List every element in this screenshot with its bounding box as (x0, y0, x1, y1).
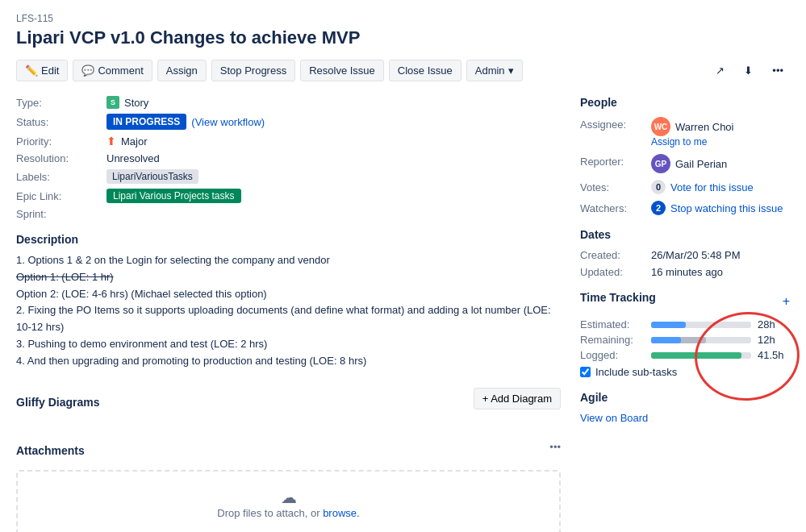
priority-label: Priority: (16, 135, 97, 148)
estimated-label: Estimated: (580, 318, 645, 330)
remaining-value: 12h (758, 334, 790, 346)
close-issue-button[interactable]: Close Issue (389, 60, 461, 81)
dates-section: Dates Created: 26/Mar/20 5:48 PM Updated… (580, 228, 790, 278)
estimated-bar-fill (651, 322, 686, 328)
watchers-count: 2 (651, 201, 666, 215)
desc-line-5: 3. Pushing to demo environment and test … (16, 336, 561, 353)
include-subtasks-checkbox[interactable] (580, 367, 591, 377)
remaining-label: Remaining: (580, 334, 645, 346)
resolution-label: Resolution: (16, 152, 97, 164)
logged-value: 41.5h (758, 349, 790, 361)
label-tag: LipariVariousTasks (106, 169, 198, 184)
created-value: 26/Mar/20 5:48 PM (651, 249, 790, 261)
people-title: People (580, 96, 790, 109)
agile-title: Agile (580, 391, 790, 404)
attachments-title: Attachments (16, 444, 85, 457)
assign-button[interactable]: Assign (157, 60, 207, 81)
chevron-down-icon: ▾ (508, 64, 514, 77)
priority-value: ⬆ Major (106, 135, 561, 148)
issue-title: Lipari VCP v1.0 Changes to achieve MVP (16, 27, 790, 48)
epic-link-label: Epic Link: (16, 190, 97, 202)
watchers-label: Watchers: (580, 201, 645, 214)
reporter-name: Gail Perian (675, 158, 727, 170)
people-grid: Assignee: WC Warren Choi Assign to me Re… (580, 117, 790, 215)
browse-link[interactable]: browse. (323, 507, 360, 519)
description-text: 1. Options 1 & 2 on the Login for select… (16, 252, 561, 370)
attachments-section: Attachments ••• ☁ Drop files to attach, … (16, 431, 561, 532)
edit-icon: ✏️ (25, 64, 38, 77)
resolution-value: Unresolved (106, 152, 561, 164)
sprint-label: Sprint: (16, 208, 97, 220)
reporter-label: Reporter: (580, 154, 645, 168)
status-badge: IN PROGRESS (106, 114, 186, 130)
votes-value: 0 Vote for this issue (651, 180, 790, 194)
share-button[interactable]: ↗ (709, 60, 731, 81)
gliffy-section: Gliffy Diagrams + Add Diagram (16, 383, 561, 415)
logged-label: Logged: (580, 349, 645, 361)
edit-button[interactable]: ✏️ Edit (16, 60, 68, 81)
votes-count: 0 (651, 180, 666, 194)
desc-line-3: Option 2: (LOE: 4-6 hrs) (Michael select… (16, 286, 561, 303)
status-value: IN PROGRESS (View workflow) (106, 114, 561, 130)
assignee-name: Warren Choi (675, 121, 733, 133)
story-icon: S (106, 96, 119, 109)
export-icon: ⬇ (744, 64, 753, 77)
logged-bar-fill (651, 352, 741, 359)
resolve-issue-button[interactable]: Resolve Issue (300, 60, 384, 81)
desc-line-1: 1. Options 1 & 2 on the Login for select… (16, 252, 561, 269)
watchers-value: 2 Stop watching this issue (651, 201, 790, 215)
view-on-board-link[interactable]: View on Board (580, 412, 648, 424)
vote-link[interactable]: Vote for this issue (670, 181, 754, 193)
epic-tag[interactable]: Lipari Various Projects tasks (106, 189, 241, 203)
add-diagram-button[interactable]: + Add Diagram (474, 388, 561, 409)
assignee-value: WC Warren Choi Assign to me (651, 117, 790, 148)
created-label: Created: (580, 249, 645, 261)
updated-label: Updated: (580, 266, 645, 278)
drop-text: Drop files to attach, or (217, 507, 319, 519)
logged-bar (651, 352, 751, 359)
reporter-value: GP Gail Perian (651, 154, 790, 173)
type-value: S Story (106, 96, 561, 109)
time-tracking-title: Time Tracking (580, 291, 656, 304)
estimated-value: 28h (758, 318, 790, 330)
add-time-button[interactable]: + (783, 294, 790, 309)
desc-line-6: 4. And then upgrading and promoting to p… (16, 353, 561, 370)
drop-zone[interactable]: ☁ Drop files to attach, or browse. (16, 470, 561, 532)
desc-line-2: Option 1: (LOE: 1 hr) (16, 269, 561, 286)
remaining-bar (651, 337, 751, 343)
updated-value: 16 minutes ago (651, 266, 790, 278)
ellipsis-icon: ••• (772, 64, 783, 77)
export-button[interactable]: ⬇ (737, 60, 759, 81)
votes-label: Votes: (580, 180, 645, 193)
dates-grid: Created: 26/Mar/20 5:48 PM Updated: 16 m… (580, 249, 790, 278)
upload-icon: ☁ (281, 488, 297, 506)
fields-grid: Type: S Story Status: IN PROGRESS (View … (16, 96, 561, 220)
assignee-avatar: WC (651, 117, 670, 136)
assignee-label: Assignee: (580, 117, 645, 131)
remaining-bar-fill-2 (651, 337, 681, 343)
estimated-row: Estimated: 28h (580, 318, 790, 330)
include-subtasks-label: Include sub-tasks (595, 366, 677, 378)
remaining-row: Remaining: 12h (580, 334, 790, 346)
comment-icon: 💬 (81, 64, 94, 77)
view-workflow-link[interactable]: (View workflow) (191, 116, 265, 128)
comment-button[interactable]: 💬 Comment (73, 60, 152, 81)
toolbar: ✏️ Edit 💬 Comment Assign Stop Progress R… (16, 60, 790, 81)
assign-to-me-link[interactable]: Assign to me (651, 136, 790, 148)
watch-link[interactable]: Stop watching this issue (670, 202, 783, 214)
description-title: Description (16, 233, 561, 246)
issue-id: LFS-115 (16, 13, 790, 24)
logged-row: Logged: 41.5h (580, 349, 790, 361)
time-tracking-wrapper: Estimated: 28h Remaining: 12h (580, 318, 790, 361)
labels-value: LipariVariousTasks (106, 169, 561, 184)
priority-icon: ⬆ (106, 135, 116, 148)
admin-button[interactable]: Admin ▾ (466, 60, 523, 81)
attachments-menu-button[interactable]: ••• (549, 441, 561, 453)
status-label: Status: (16, 116, 97, 128)
time-tracking-section: Time Tracking + Estimated: 28h (580, 291, 790, 378)
share-icon: ↗ (716, 64, 725, 77)
stop-progress-button[interactable]: Stop Progress (211, 60, 295, 81)
dates-title: Dates (580, 228, 790, 241)
include-subtasks-row: Include sub-tasks (580, 366, 790, 378)
more-button[interactable]: ••• (766, 60, 790, 81)
